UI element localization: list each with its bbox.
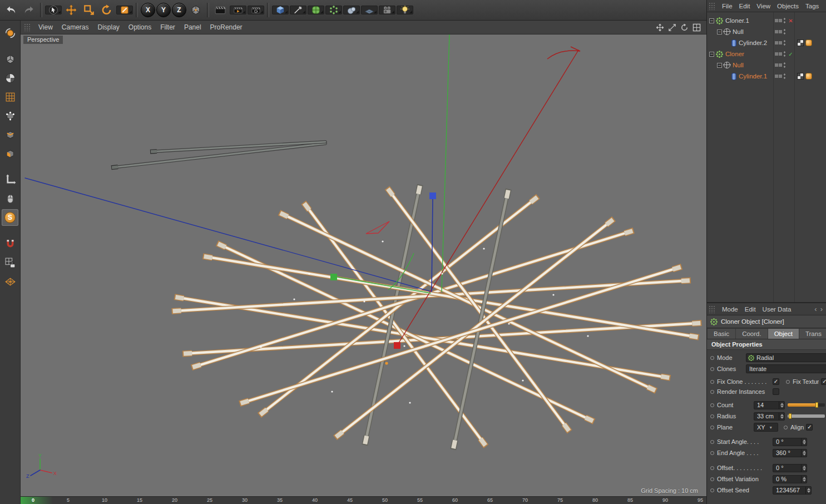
x-axis-handle[interactable] — [330, 274, 337, 280]
spinner[interactable] — [801, 476, 807, 483]
snap-toggle-icon[interactable]: S — [2, 209, 18, 226]
edges-mode-icon[interactable] — [2, 126, 18, 143]
om-menu-tags[interactable]: Tags — [802, 3, 822, 9]
frame-number[interactable]: 85 — [627, 497, 633, 503]
viewport-menu-cameras[interactable]: Cameras — [57, 23, 93, 31]
frame-number[interactable]: 90 — [662, 497, 668, 503]
frame-number[interactable]: 45 — [347, 497, 353, 503]
uv-mode-icon[interactable] — [2, 88, 18, 105]
frame-number[interactable]: 35 — [277, 497, 283, 503]
last-tool-icon[interactable] — [116, 6, 133, 14]
radius-input[interactable]: 33 cm — [754, 412, 785, 421]
texture-tag-icon[interactable] — [797, 73, 804, 80]
floor-icon[interactable] — [361, 6, 378, 14]
frame-number[interactable]: 60 — [452, 497, 458, 503]
frame-number[interactable]: 30 — [242, 497, 248, 503]
frame-number[interactable]: 80 — [592, 497, 598, 503]
scene-canvas[interactable]: YXZ — [21, 34, 706, 496]
end-angle-input[interactable]: 360 ° — [773, 449, 807, 457]
frame-number[interactable]: 0 — [32, 497, 34, 503]
object-row-cylinder-1[interactable]: Cylinder.1 — [707, 71, 826, 82]
am-menu-mode[interactable]: Mode — [719, 306, 741, 313]
visibility-dots[interactable] — [783, 39, 786, 46]
spinner[interactable] — [805, 487, 811, 494]
om-menu-view[interactable]: View — [753, 3, 774, 9]
layer-color-squares[interactable] — [775, 63, 782, 67]
polygons-mode-icon[interactable] — [2, 145, 18, 162]
frame-number[interactable]: 40 — [312, 497, 318, 503]
spinner[interactable] — [801, 438, 807, 446]
zoom-view-icon[interactable] — [668, 23, 676, 32]
phong-tag-icon[interactable] — [805, 39, 812, 46]
frame-number[interactable]: 95 — [698, 497, 703, 503]
timeline-ruler[interactable]: 05101520253035404550556065707580859095 — [21, 496, 706, 504]
spinner[interactable] — [801, 449, 807, 457]
om-menu-edit[interactable]: Edit — [736, 3, 754, 9]
visibility-dots[interactable] — [783, 17, 786, 24]
expand-toggle[interactable]: − — [717, 29, 722, 34]
am-menu-edit[interactable]: Edit — [741, 306, 759, 313]
move-tool-icon[interactable] — [63, 2, 80, 18]
history-forward-icon[interactable]: › — [819, 305, 824, 313]
make-editable-icon[interactable] — [2, 24, 18, 41]
mode-dropdown[interactable]: Radial — [746, 353, 826, 362]
anim-dot[interactable] — [710, 440, 714, 444]
align-checkbox[interactable] — [806, 424, 813, 431]
viewport-menu-options[interactable]: Options — [124, 23, 156, 31]
frame-number[interactable]: 50 — [382, 497, 388, 503]
om-menu-objects[interactable]: Objects — [774, 3, 802, 9]
rotate-view-icon[interactable] — [680, 23, 689, 32]
anim-dot[interactable] — [710, 466, 714, 470]
mouse-icon[interactable] — [2, 190, 18, 207]
history-back-icon[interactable]: ‹ — [813, 305, 818, 313]
om-menu-file[interactable]: File — [719, 3, 736, 9]
anim-dot[interactable] — [710, 403, 714, 407]
visibility-dots[interactable] — [783, 28, 786, 35]
undo-icon[interactable] — [3, 2, 19, 18]
render-view-icon[interactable] — [212, 2, 229, 18]
anim-dot[interactable] — [710, 367, 714, 371]
tab-trans[interactable]: Trans — [799, 329, 826, 339]
tab-basic[interactable]: Basic — [708, 329, 735, 339]
pen-tool-icon[interactable] — [290, 6, 306, 14]
render-settings-icon[interactable] — [248, 6, 264, 14]
spinner[interactable] — [779, 413, 784, 420]
radius-slider[interactable] — [788, 414, 825, 418]
anim-dot[interactable] — [786, 380, 790, 384]
coordinate-system-icon[interactable] — [187, 2, 204, 18]
frame-number[interactable]: 55 — [417, 497, 423, 503]
expand-toggle[interactable]: − — [709, 52, 714, 57]
anim-dot[interactable] — [710, 488, 714, 492]
layer-color-squares[interactable] — [775, 52, 782, 56]
texture-tag-icon[interactable] — [797, 39, 804, 46]
visibility-dots[interactable] — [783, 62, 786, 68]
offset-input[interactable]: 0 ° — [773, 464, 807, 472]
view-label[interactable]: Perspective — [23, 36, 63, 44]
panel-grip-icon[interactable] — [709, 305, 716, 313]
anim-dot[interactable] — [710, 477, 714, 481]
offset-variation-input[interactable]: 0 % — [773, 475, 807, 483]
toggle-view-icon[interactable] — [693, 23, 701, 32]
object-row-cloner[interactable]: −Cloner✓ — [707, 48, 826, 60]
anim-dot[interactable] — [710, 451, 714, 455]
spinner[interactable] — [801, 465, 807, 472]
z-axis-lock[interactable]: Z — [172, 3, 186, 17]
count-input[interactable]: 14 — [754, 401, 785, 409]
tab-coord[interactable]: Coord. — [736, 329, 768, 339]
redo-icon[interactable] — [21, 2, 37, 18]
y-axis-handle[interactable] — [394, 342, 400, 349]
viewport-menu-view[interactable]: View — [34, 23, 57, 31]
frame-number[interactable]: 70 — [522, 497, 528, 503]
enabled-check-icon[interactable]: ✓ — [787, 51, 794, 57]
visibility-dots[interactable] — [783, 51, 786, 57]
frame-number[interactable]: 5 — [67, 497, 70, 503]
object-row-cylinder-2[interactable]: Cylinder.2 — [707, 37, 826, 48]
frame-number[interactable]: 25 — [207, 497, 212, 503]
enable-axis-icon[interactable] — [2, 171, 18, 188]
rotate-tool-icon[interactable] — [98, 2, 115, 18]
points-mode-icon[interactable] — [2, 107, 18, 124]
layer-color-squares[interactable] — [775, 75, 782, 78]
render-picture-viewer-icon[interactable] — [230, 6, 246, 14]
panel-grip-icon[interactable] — [709, 2, 716, 10]
disabled-x-icon[interactable]: ✕ — [787, 18, 794, 24]
